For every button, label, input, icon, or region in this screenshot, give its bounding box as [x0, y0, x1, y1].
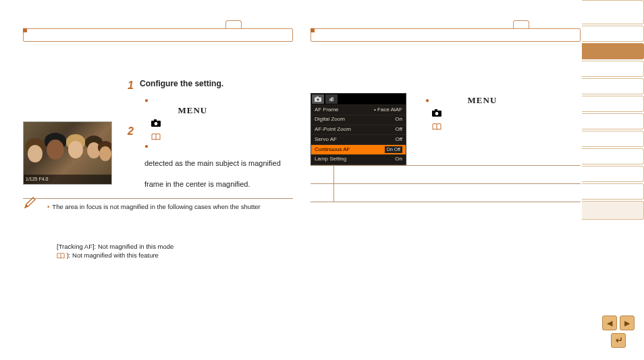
book-icon[interactable] [432, 122, 441, 130]
footnote-line: [Tracking AF]: Not magnified in this mod… [57, 243, 173, 251]
lcd-row-label: Servo AF [315, 136, 337, 144]
lcd-row-label: Continuous AF [315, 146, 350, 154]
lcd-row-label: AF Frame [315, 107, 339, 114]
sidebar-item-3[interactable] [582, 43, 644, 59]
book-icon[interactable] [57, 251, 67, 259]
next-page-button[interactable]: ▶ [620, 316, 635, 330]
step-title: Configure the setting. [140, 79, 223, 88]
sidebar-item-4[interactable] [582, 61, 644, 77]
section-heading-left [23, 28, 293, 42]
step-2: 2 [124, 124, 293, 139]
svg-point-7 [317, 98, 319, 100]
svg-rect-6 [317, 96, 319, 98]
return-button[interactable] [611, 333, 626, 348]
lcd-row-value: On Off [385, 146, 403, 154]
lcd-row-value: • Face AiAF [374, 107, 402, 114]
sidebar-item-2[interactable] [582, 26, 644, 42]
sidebar-item-8[interactable] [582, 131, 644, 147]
sidebar-item-7[interactable] [582, 113, 644, 129]
svg-point-10 [435, 112, 439, 115]
lcd-row-label: Digital Zoom [315, 116, 345, 123]
sidebar-item-11[interactable] [582, 183, 644, 200]
step-number: 2 [124, 124, 134, 139]
lcd-menu-row: AF Frame• Face AiAF [311, 104, 406, 115]
lcd-row-value: On [395, 156, 402, 163]
sidebar-item-6[interactable] [582, 96, 644, 112]
photo-overlay-left: 1/125 F4.0 [26, 176, 48, 182]
lcd-menu-row: Digital ZoomOn [311, 115, 406, 125]
step-number: 1 [124, 78, 134, 93]
step-1: 1 Configure the setting. [124, 78, 293, 93]
step-body-text: frame in the center is magnified. [144, 179, 293, 189]
lcd-tab-shoot [312, 94, 324, 104]
bullet-icon: ● [425, 96, 432, 105]
svg-rect-9 [435, 109, 437, 111]
sidebar-item-5[interactable] [582, 78, 644, 94]
lcd-row-label: AF-Point Zoom [315, 126, 351, 133]
lcd-row-value: On [395, 116, 402, 123]
step-body-text: detected as the main subject is magnifie… [144, 158, 293, 169]
sidebar-item-9[interactable] [582, 148, 644, 164]
sidebar-item-12[interactable] [582, 201, 644, 220]
camera-lcd-menu: AF Frame• Face AiAFDigital ZoomOnAF-Poin… [311, 93, 406, 165]
lcd-tab-setup [325, 94, 338, 104]
page-nav: ◀ ▶ [602, 316, 635, 348]
footnote-block: [Tracking AF]: Not magnified in this mod… [57, 243, 173, 260]
note-text: •The area in focus is not magnified in t… [47, 203, 293, 212]
sidebar-nav [582, 0, 644, 221]
sidebar-item-10[interactable] [582, 166, 644, 182]
menu-label: MENU [178, 105, 208, 115]
bullet-icon: ● [144, 142, 151, 151]
lcd-row-value: Off [395, 136, 402, 144]
lcd-row-value: Off [395, 126, 402, 133]
lcd-row-label: Lamp Setting [315, 156, 346, 163]
pencil-icon [23, 196, 38, 213]
lcd-menu-row: AF-Point ZoomOff [311, 125, 406, 135]
camera-icon [432, 109, 441, 117]
footnote-line: ): Not magnified with this feature [57, 251, 173, 260]
option-table [311, 165, 581, 202]
bullet-icon: ● [144, 96, 151, 105]
section-heading-right [311, 28, 581, 42]
lcd-menu-row: Servo AFOff [311, 134, 406, 144]
sidebar-item-1[interactable] [582, 0, 644, 24]
lcd-menu-row: Continuous AFOn Off [311, 144, 406, 154]
prev-page-button[interactable]: ◀ [602, 316, 617, 330]
lcd-menu-row: Lamp SettingOn [311, 154, 406, 164]
menu-label: MENU [468, 95, 498, 105]
sample-photo: 1/125 F4.0 [23, 121, 112, 185]
svg-rect-1 [154, 119, 157, 121]
